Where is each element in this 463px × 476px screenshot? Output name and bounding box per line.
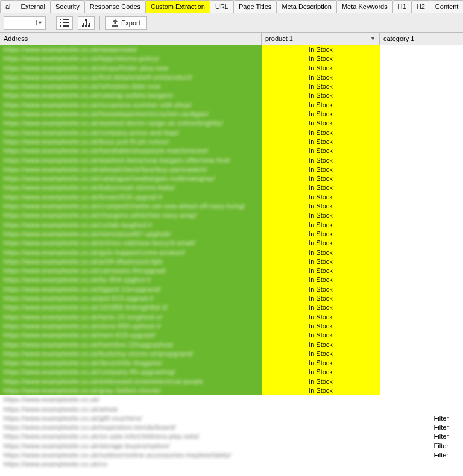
table-row[interactable]: https://www.examplesite.co.uk/co bbox=[0, 460, 463, 469]
cell-address: https://www.examplesite.co.uk/co/tab-lau… bbox=[0, 221, 262, 230]
table-row[interactable]: https://www.examplesite.co.uk/whole bbox=[0, 405, 463, 414]
tab-meta-description[interactable]: Meta Description bbox=[276, 0, 337, 13]
column-label: Address bbox=[4, 35, 28, 42]
table-row[interactable]: https://www.examplesite.co.uk/catalogue/… bbox=[0, 174, 463, 183]
table-row[interactable]: https://www.examplesite.co.uk/boys-pull-… bbox=[0, 137, 463, 146]
cell-category1 bbox=[380, 294, 463, 303]
table-row[interactable]: https://www.examplesite.co.uk/hamilton-1… bbox=[0, 340, 463, 349]
tree-view-button[interactable] bbox=[78, 16, 95, 30]
table-row[interactable]: https://www.examplesite.co.uk/tanis-15-l… bbox=[0, 313, 463, 322]
table-row[interactable]: https://www.examplesite.co.uk/embossed-m… bbox=[0, 377, 463, 386]
table-row[interactable]: https://www.examplesite.co.uk/company-ft… bbox=[0, 368, 463, 377]
table-row[interactable]: https://www.examplesite.co.uk/outdoor/on… bbox=[0, 451, 463, 460]
tab-h2[interactable]: H2 bbox=[411, 0, 430, 13]
tab-page-titles[interactable]: Page Titles bbox=[233, 0, 277, 13]
cell-product1 bbox=[262, 460, 380, 469]
table-row[interactable]: https://www.examplesite.co.uk/brown/516-… bbox=[0, 193, 463, 202]
table-row[interactable]: https://www.examplesite.co.uk/storage-bu… bbox=[0, 442, 463, 451]
table-row[interactable]: https://www.examplesite.co.uk/golo-happe… bbox=[0, 248, 463, 257]
table-row[interactable]: https://www.examplesite.co.uk/newarrival… bbox=[0, 45, 463, 54]
tab-url[interactable]: URL bbox=[210, 0, 234, 13]
cell-product1: In Stock bbox=[262, 248, 380, 257]
table-row[interactable]: https://www.examplesite.co.uk/pot-613-up… bbox=[0, 294, 463, 303]
cell-product1: In Stock bbox=[262, 230, 380, 239]
cell-address: https://www.examplesite.co.uk/by-954-upg… bbox=[0, 275, 262, 284]
table-row[interactable]: https://www.examplesite.co.uk/catreases-… bbox=[0, 266, 463, 275]
cell-product1: In Stock bbox=[262, 285, 380, 294]
cell-address: https://www.examplesite.co.uk/ bbox=[0, 395, 262, 404]
table-row[interactable]: https://www.examplesite.co.uk/buds/toy-s… bbox=[0, 349, 463, 359]
table-row[interactable]: https://www.examplesite.co.uk/on-sale-in… bbox=[0, 432, 463, 441]
column-header-address[interactable]: Address bbox=[0, 33, 262, 45]
list-view-button[interactable] bbox=[56, 16, 73, 30]
table-row[interactable]: https://www.examplesite.co.uk/inspiratio… bbox=[0, 423, 463, 432]
cell-address: https://www.examplesite.co.uk/handtable/… bbox=[0, 146, 262, 155]
cell-address: https://www.examplesite.co.uk/babycream-… bbox=[0, 183, 262, 192]
svg-rect-0 bbox=[60, 19, 61, 20]
table-row[interactable]: https://www.examplesite.co.uk/gift-vouch… bbox=[0, 414, 463, 423]
table-row[interactable]: https://www.examplesite.co.uk/ahead/chec… bbox=[0, 165, 463, 174]
table-row[interactable]: https://www.examplesite.co.uk/washed-ite… bbox=[0, 156, 463, 165]
svg-rect-6 bbox=[85, 19, 87, 21]
filter-dropdown[interactable]: l ▼ bbox=[4, 16, 46, 30]
table-row[interactable]: https://www.examplesite.co.uk/mens/plus4… bbox=[0, 230, 463, 239]
cell-category1 bbox=[380, 137, 463, 146]
cell-address: https://www.examplesite.co.uk/chargens-w… bbox=[0, 211, 262, 220]
cell-product1 bbox=[262, 451, 380, 460]
table-row[interactable]: https://www.examplesite.co.uk/gray-Salte… bbox=[0, 386, 463, 395]
table-row[interactable]: https://www.examplesite.co.uk/tigped-1/e… bbox=[0, 285, 463, 294]
cell-address: https://www.examplesite.co.uk/catalogue/… bbox=[0, 174, 262, 183]
table-row[interactable]: https://www.examplesite.co.uk/by-954-upg… bbox=[0, 275, 463, 284]
tab-content[interactable]: Content bbox=[430, 0, 463, 13]
cell-address: https://www.examplesite.co.uk/embossed-m… bbox=[0, 377, 262, 386]
table-row[interactable]: https://www.examplesite.co.uk/washed-den… bbox=[0, 119, 463, 128]
table-row[interactable]: https://www.examplesite.co.uk/earn-610-u… bbox=[0, 331, 463, 340]
table-row[interactable]: https://www.examplesite.co.uk/entries-od… bbox=[0, 239, 463, 248]
tab-external[interactable]: External bbox=[16, 0, 51, 13]
table-row[interactable]: https://www.examplesite.co.uk/ bbox=[0, 395, 463, 404]
table-row[interactable]: https://www.examplesite.co.uk/faqs/retur… bbox=[0, 54, 463, 63]
tab-security[interactable]: Security bbox=[50, 0, 85, 13]
tab-al[interactable]: al bbox=[0, 0, 16, 13]
table-row[interactable]: https://www.examplesite.co.uk/pr04-dfash… bbox=[0, 257, 463, 266]
cell-address: https://www.examplesite.co.uk/decenhills… bbox=[0, 359, 262, 368]
tab-meta-keywords[interactable]: Meta Keywords bbox=[336, 0, 393, 13]
table-row[interactable]: https://www.examplesite.co.uk/decenhills… bbox=[0, 359, 463, 368]
cell-product1: In Stock bbox=[262, 101, 380, 110]
table-row[interactable]: https://www.examplesite.co.uk/catalog-ou… bbox=[0, 91, 463, 100]
table-row[interactable]: https://www.examplesite.co.uk/crumped/ch… bbox=[0, 202, 463, 211]
table-row[interactable]: https://www.examplesite.co.uk/refreshen-… bbox=[0, 82, 463, 91]
tab-custom-extraction[interactable]: Custom Extraction bbox=[145, 0, 210, 13]
table-row[interactable]: https://www.examplesite.co.uk/find-detai… bbox=[0, 73, 463, 82]
cell-address: https://www.examplesite.co.uk/gray-Salte… bbox=[0, 386, 262, 395]
cell-address: https://www.examplesite.co.uk/catalog-ou… bbox=[0, 91, 262, 100]
cell-category1 bbox=[380, 183, 463, 192]
svg-rect-12 bbox=[83, 23, 84, 25]
cell-product1: In Stock bbox=[262, 64, 380, 73]
table-row[interactable]: https://www.examplesite.co.uk/homedepart… bbox=[0, 110, 463, 119]
table-row[interactable]: https://www.examplesite.co.uk/chargens-w… bbox=[0, 211, 463, 220]
svg-rect-14 bbox=[89, 23, 90, 25]
table-row[interactable]: https://www.examplesite.co.uk/company-pr… bbox=[0, 128, 463, 137]
table-row[interactable]: https://www.examplesite.co.uk/store-583-… bbox=[0, 322, 463, 331]
table-row[interactable]: https://www.examplesite.co.uk/babycream-… bbox=[0, 183, 463, 192]
column-header-category1[interactable]: category 1 bbox=[380, 33, 463, 45]
cell-category1 bbox=[380, 359, 463, 368]
cell-product1: In Stock bbox=[262, 322, 380, 331]
table-header: Address product 1 ▼ category 1 bbox=[0, 33, 463, 45]
export-button[interactable]: Export bbox=[105, 16, 147, 30]
tab-response-codes[interactable]: Response Codes bbox=[84, 0, 146, 13]
list-icon bbox=[60, 19, 69, 27]
column-header-product1[interactable]: product 1 ▼ bbox=[262, 33, 380, 45]
table-row[interactable]: https://www.examplesite.co.uk/101068-th/… bbox=[0, 303, 463, 312]
table-row[interactable]: https://www.examplesite.co.uk/co/tab-lau… bbox=[0, 221, 463, 230]
cell-category1 bbox=[380, 460, 463, 469]
table-row[interactable]: https://www.examplesite.co.uk/occasions-… bbox=[0, 101, 463, 110]
table-row[interactable]: https://www.examplesite.co.uk/shops/find… bbox=[0, 64, 463, 73]
cell-product1: In Stock bbox=[262, 211, 380, 220]
tab-h1[interactable]: H1 bbox=[392, 0, 412, 13]
cell-address: https://www.examplesite.co.uk/shops/find… bbox=[0, 64, 262, 73]
cell-category1 bbox=[380, 239, 463, 248]
table-row[interactable]: https://www.examplesite.co.uk/handtable/… bbox=[0, 146, 463, 155]
cell-category1 bbox=[380, 285, 463, 294]
